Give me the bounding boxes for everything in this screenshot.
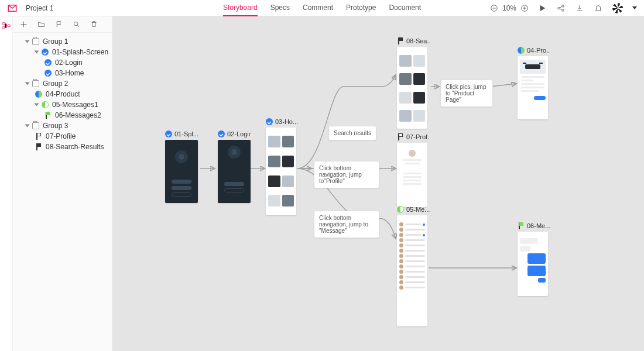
status-check-icon xyxy=(44,59,52,66)
main-tabs: Storyboard Specs Comment Prototype Docum… xyxy=(223,0,421,16)
folder-icon xyxy=(32,80,39,87)
topbar-actions xyxy=(537,3,637,13)
tab-prototype[interactable]: Prototype xyxy=(346,0,376,16)
tab-comment[interactable]: Comment xyxy=(303,0,333,16)
node-label: 04-Pro... xyxy=(527,47,550,54)
node-home[interactable]: 03-Ho... xyxy=(266,118,299,215)
left-rail xyxy=(0,16,13,351)
note-profile[interactable]: Click bottom navigation, jump to"Profile… xyxy=(314,161,379,188)
tree-item[interactable]: 07-Profile xyxy=(13,131,112,142)
status-check-icon xyxy=(218,130,225,137)
page-tree: Group 1 01-Splash-Screen 02-Login 03-Hom… xyxy=(13,33,112,156)
status-check-icon xyxy=(42,49,49,56)
status-half-icon xyxy=(397,206,404,213)
svg-point-4 xyxy=(562,9,564,11)
node-label: 07-Prof... xyxy=(406,133,430,140)
node-splash[interactable]: 01-Spl... xyxy=(165,130,198,203)
topbar: Project 1 Storyboard Specs Comment Proto… xyxy=(0,0,644,16)
status-half-icon xyxy=(42,101,49,108)
note-search[interactable]: Search results xyxy=(328,126,376,140)
node-messages[interactable]: 05-Me... xyxy=(397,206,430,326)
storyboard-rail-icon[interactable] xyxy=(2,21,11,30)
svg-point-8 xyxy=(74,22,78,26)
status-check-icon xyxy=(266,118,273,125)
project-name[interactable]: Project 1 xyxy=(26,4,53,12)
svg-rect-7 xyxy=(8,25,10,27)
status-check-icon xyxy=(165,130,172,137)
download-icon[interactable] xyxy=(575,4,584,13)
flag-dark-icon xyxy=(397,37,404,44)
tree-item[interactable]: 04-Product xyxy=(13,89,112,99)
tab-specs[interactable]: Specs xyxy=(270,0,290,16)
folder-icon[interactable] xyxy=(36,20,46,29)
node-chat[interactable]: 06-Me... xyxy=(518,222,550,296)
node-search[interactable]: 08-Sea... xyxy=(397,37,430,129)
tree-item[interactable]: 02-Login xyxy=(13,57,112,68)
zoom-controls: 10% xyxy=(489,4,529,13)
flag-icon[interactable] xyxy=(54,20,63,29)
tree-group[interactable]: Group 2 xyxy=(13,78,112,89)
node-product[interactable]: 04-Pro... xyxy=(518,47,550,119)
tree-item[interactable]: 06-Messages2 xyxy=(13,110,112,121)
share-icon[interactable] xyxy=(556,4,566,13)
tab-storyboard[interactable]: Storyboard xyxy=(223,0,258,16)
trash-icon[interactable] xyxy=(89,20,98,29)
tree-group[interactable]: Group 1 xyxy=(13,36,112,47)
flag-outline-icon xyxy=(35,133,42,140)
flag-green-icon xyxy=(44,112,52,119)
tree-item[interactable]: 03-Home xyxy=(13,68,112,78)
note-message[interactable]: Click bottom navigation, jump to "Messag… xyxy=(314,211,379,238)
add-icon[interactable] xyxy=(19,20,28,29)
svg-rect-6 xyxy=(2,27,5,29)
bell-icon[interactable] xyxy=(594,4,603,13)
tab-document[interactable]: Document xyxy=(389,0,421,16)
node-label: 03-Ho... xyxy=(275,118,298,125)
storyboard-canvas[interactable]: 01-Spl... 02-Login 03-Ho... 08-Sea... xyxy=(112,16,644,351)
svg-point-3 xyxy=(562,5,564,7)
node-login[interactable]: 02-Login xyxy=(218,130,251,203)
tree-item[interactable]: 05-Messages1 xyxy=(13,99,112,110)
flag-dark-icon xyxy=(35,143,42,150)
app-logo xyxy=(7,3,18,13)
svg-rect-5 xyxy=(2,23,5,25)
node-label: 05-Me... xyxy=(406,206,430,213)
node-label: 08-Sea... xyxy=(406,37,430,44)
user-avatar[interactable] xyxy=(612,3,623,13)
folder-icon xyxy=(32,122,39,129)
zoom-out-icon[interactable] xyxy=(489,4,499,13)
search-icon[interactable] xyxy=(71,20,81,29)
folder-icon xyxy=(32,38,39,45)
svg-point-2 xyxy=(558,7,560,9)
note-product[interactable]: Click pics, jump to "Product Page" xyxy=(440,80,493,107)
node-label: 01-Spl... xyxy=(174,130,198,137)
status-half-icon xyxy=(518,47,525,54)
status-check-icon xyxy=(44,70,52,77)
node-label: 02-Login xyxy=(227,130,251,137)
flag-green-icon xyxy=(518,222,525,229)
tree-item[interactable]: 01-Splash-Screen xyxy=(13,47,112,57)
flag-outline-icon xyxy=(397,133,404,140)
side-toolbar xyxy=(13,16,112,33)
play-icon[interactable] xyxy=(537,4,547,13)
side-panel: Group 1 01-Splash-Screen 02-Login 03-Hom… xyxy=(13,16,112,351)
tree-item[interactable]: 08-Search-Results xyxy=(13,142,112,152)
zoom-in-icon[interactable] xyxy=(520,4,529,13)
user-menu-caret[interactable] xyxy=(632,6,637,9)
node-label: 06-Me... xyxy=(527,222,550,229)
node-profile[interactable]: 07-Prof... xyxy=(397,133,430,207)
status-half-icon xyxy=(35,91,42,98)
tree-group[interactable]: Group 3 xyxy=(13,121,112,131)
zoom-level: 10% xyxy=(502,4,516,12)
